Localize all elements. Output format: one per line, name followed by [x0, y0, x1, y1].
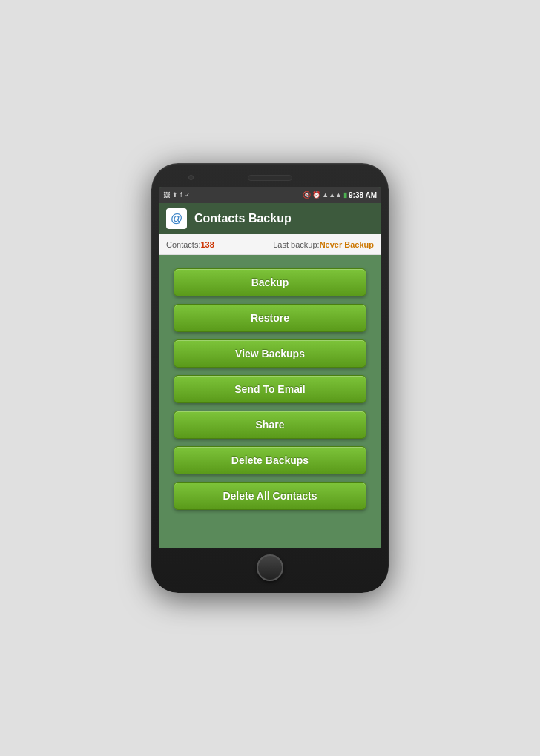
- info-bar: Contacts:138 Last backup:Never Backup: [159, 234, 381, 255]
- vibrate-icon: 🔇: [303, 191, 311, 199]
- main-content: BackupRestoreView BackupsSend To EmailSh…: [159, 255, 381, 548]
- time-display: 9:38 AM: [349, 191, 377, 199]
- phone-device: 🖼 ⬆ f ✓ 🔇 ⏰ ▲▲▲ ▮ 9:38 AM @ Contacts Bac…: [151, 163, 389, 593]
- status-icons-right: 🔇 ⏰ ▲▲▲ ▮ 9:38 AM: [303, 191, 377, 199]
- app-title: Contacts Backup: [194, 212, 292, 225]
- app-icon: @: [166, 208, 187, 229]
- contacts-count: 138: [200, 240, 214, 249]
- status-bar: 🖼 ⬆ f ✓ 🔇 ⏰ ▲▲▲ ▮ 9:38 AM: [159, 187, 381, 203]
- speaker-grille: [248, 175, 292, 181]
- image-status-icon: 🖼: [163, 191, 170, 199]
- app-icon-symbol: @: [171, 212, 182, 225]
- delete-all-contacts-button[interactable]: Delete All Contacts: [174, 482, 366, 510]
- phone-screen: 🖼 ⬆ f ✓ 🔇 ⏰ ▲▲▲ ▮ 9:38 AM @ Contacts Bac…: [159, 187, 381, 548]
- last-backup-value: Never Backup: [320, 240, 374, 249]
- front-camera: [188, 175, 194, 180]
- bottom-bezel: [159, 548, 381, 583]
- restore-button[interactable]: Restore: [174, 304, 366, 332]
- send-to-email-button[interactable]: Send To Email: [174, 375, 366, 403]
- last-backup-label: Last backup:: [273, 240, 319, 249]
- backup-button[interactable]: Backup: [174, 268, 366, 296]
- backup-info: Last backup:Never Backup: [273, 240, 374, 249]
- upload-status-icon: ⬆: [172, 191, 178, 199]
- home-button[interactable]: [257, 554, 283, 581]
- fb-status-icon: f: [180, 191, 182, 199]
- battery-icon: ▮: [343, 191, 347, 199]
- check-status-icon: ✓: [185, 191, 191, 199]
- view-backups-button[interactable]: View Backups: [174, 339, 366, 368]
- contacts-info: Contacts:138: [166, 240, 214, 249]
- delete-backups-button[interactable]: Delete Backups: [174, 446, 366, 474]
- share-button[interactable]: Share: [174, 411, 366, 439]
- signal-icon: ▲▲▲: [322, 191, 342, 199]
- app-bar: @ Contacts Backup: [159, 203, 381, 234]
- top-bezel: [159, 173, 381, 187]
- alarm-icon: ⏰: [312, 191, 320, 199]
- contacts-label: Contacts:: [166, 240, 200, 249]
- status-icons-left: 🖼 ⬆ f ✓: [163, 191, 191, 199]
